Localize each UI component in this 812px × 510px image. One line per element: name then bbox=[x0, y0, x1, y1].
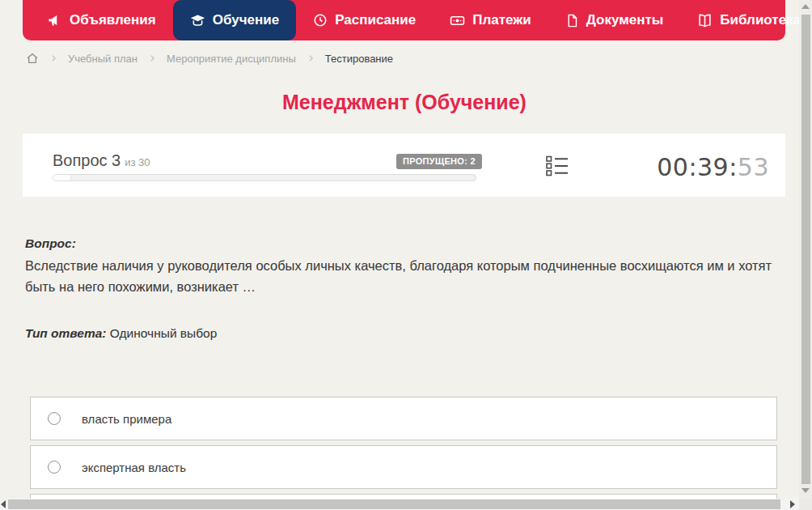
breadcrumb-current-testing: Тестирование bbox=[325, 53, 393, 65]
graduation-cap-icon bbox=[190, 13, 205, 28]
answer-option-label: экспертная власть bbox=[82, 461, 186, 474]
page-title: Менеджмент (Обучение) bbox=[0, 91, 809, 114]
answer-option[interactable]: экспертная власть bbox=[30, 445, 777, 489]
skipped-badge: ПРОПУЩЕНО: 2 bbox=[396, 154, 482, 169]
banknote-icon bbox=[450, 13, 465, 28]
radio-button[interactable] bbox=[48, 412, 61, 425]
clock-icon bbox=[313, 13, 328, 28]
breadcrumb-separator-icon bbox=[307, 54, 315, 62]
megaphone-icon bbox=[48, 13, 62, 28]
scroll-down-arrow-icon[interactable] bbox=[801, 488, 810, 493]
answer-type-label: Тип ответа: bbox=[25, 326, 107, 340]
nav-item-announcements[interactable]: Объявления bbox=[31, 0, 173, 40]
scroll-up-arrow-icon[interactable] bbox=[801, 4, 810, 9]
home-icon[interactable] bbox=[26, 52, 39, 65]
test-page: Объявления Обучение Расписание Платежи Д… bbox=[0, 0, 812, 510]
breadcrumb-separator-icon bbox=[148, 54, 156, 62]
question-heading: Вопрос: bbox=[25, 236, 76, 251]
scroll-left-arrow-icon[interactable] bbox=[1, 500, 6, 508]
nav-item-label: Расписание bbox=[335, 12, 416, 28]
question-list-button[interactable] bbox=[546, 155, 569, 176]
question-progress-fill bbox=[53, 175, 71, 181]
horizontal-scrollbar-thumb[interactable] bbox=[8, 499, 780, 509]
answer-type-value: Одиночный выбор bbox=[110, 326, 218, 340]
nav-item-payments[interactable]: Платежи bbox=[433, 0, 548, 40]
question-number-label: Вопрос 3 bbox=[53, 151, 121, 169]
nav-item-label: Библиотека bbox=[720, 12, 801, 28]
horizontal-scrollbar[interactable] bbox=[0, 499, 799, 510]
answer-option[interactable]: власть примера bbox=[30, 397, 777, 440]
question-progress-bar bbox=[53, 174, 476, 181]
answer-option-label: власть примера bbox=[82, 412, 171, 426]
radio-button[interactable] bbox=[48, 461, 61, 474]
main-nav: Объявления Обучение Расписание Платежи Д… bbox=[23, 0, 785, 40]
vertical-scrollbar-thumb[interactable] bbox=[801, 15, 810, 484]
question-text: Вследствие наличия у руководителя особых… bbox=[25, 255, 773, 297]
breadcrumb: Учебный план Мероприятие дисциплины Тест… bbox=[26, 50, 393, 66]
book-icon bbox=[697, 13, 713, 28]
timer-hours-minutes: 00:39: bbox=[657, 153, 738, 181]
breadcrumb-link-discipline-event[interactable]: Мероприятие дисциплины bbox=[167, 53, 296, 65]
nav-item-library[interactable]: Библиотека bbox=[680, 0, 812, 40]
question-list-icon bbox=[546, 155, 569, 176]
question-number: Вопрос 3из 30 bbox=[53, 151, 150, 170]
nav-item-documents[interactable]: Документы bbox=[548, 0, 681, 40]
scrollbar-corner bbox=[799, 499, 812, 510]
question-total-label: из 30 bbox=[125, 156, 150, 168]
nav-item-training[interactable]: Обучение bbox=[173, 0, 296, 40]
nav-item-label: Документы bbox=[586, 12, 664, 28]
nav-item-label: Объявления bbox=[70, 12, 156, 28]
timer-seconds: 53 bbox=[738, 153, 769, 181]
nav-item-label: Платежи bbox=[472, 12, 531, 28]
document-icon bbox=[565, 14, 579, 28]
nav-item-schedule[interactable]: Расписание bbox=[296, 0, 433, 40]
scroll-right-arrow-icon[interactable] bbox=[790, 500, 795, 508]
breadcrumb-separator-icon bbox=[49, 54, 57, 62]
vertical-scrollbar[interactable] bbox=[799, 0, 812, 499]
timer: 00:39:53 bbox=[657, 153, 769, 181]
question-card: Вопрос 3из 30 ПРОПУЩЕНО: 2 00:39:53 bbox=[23, 134, 785, 197]
nav-item-label: Обучение bbox=[213, 12, 279, 28]
answer-type: Тип ответа: Одиночный выбор bbox=[25, 326, 217, 341]
breadcrumb-link-curriculum[interactable]: Учебный план bbox=[68, 53, 137, 65]
